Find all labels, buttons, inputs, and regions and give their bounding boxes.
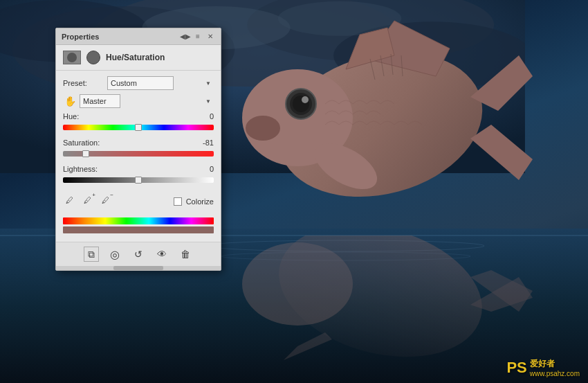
fish-above-water <box>242 14 533 249</box>
panel-title: Properties <box>62 33 99 41</box>
watermark-line1: 爱好者 <box>530 358 580 370</box>
panel-header: Hue/Saturation <box>56 45 221 71</box>
delete-button[interactable]: 🗑 <box>178 247 193 262</box>
scrollbar-thumb <box>113 266 163 270</box>
fish-reflection <box>242 235 533 374</box>
eyedropper-button-2[interactable]: 🖊+ <box>81 194 93 206</box>
hue-value: 0 <box>193 112 214 121</box>
watermark: PS 爱好者 www.psahz.com <box>506 358 580 377</box>
panel-toolbar: ⧉ ◎ ↺ 👁 🗑 <box>56 242 221 266</box>
sat-value: -81 <box>193 139 214 147</box>
preset-select-arrow: ▼ <box>205 80 211 87</box>
layer-thumbnail <box>63 51 81 64</box>
sat-track <box>63 151 214 157</box>
light-thumb <box>135 177 142 184</box>
channel-select[interactable]: Master Reds Yellows Greens Cyans Blues M… <box>80 94 120 108</box>
hue-label: Hue: <box>63 112 79 121</box>
lightness-slider-row: Lightness: 0 <box>63 165 214 186</box>
previous-state-button[interactable]: ◎ <box>107 247 122 262</box>
hue-track <box>63 125 214 130</box>
colorize-row: Colorize <box>174 197 214 206</box>
hand-icon: ✋ <box>63 94 77 108</box>
section-title: Hue/Saturation <box>106 53 165 62</box>
channel-select-wrapper: Master Reds Yellows Greens Cyans Blues M… <box>80 94 214 108</box>
svg-point-29 <box>242 242 353 326</box>
clip-button[interactable]: ⧉ <box>84 247 99 262</box>
svg-marker-32 <box>284 332 332 360</box>
light-label: Lightness: <box>63 165 98 173</box>
panel-content: Preset: Custom Default Strong Saturation… <box>56 71 221 242</box>
close-button[interactable]: ✕ <box>205 32 215 42</box>
reset-button[interactable]: ↺ <box>131 247 146 262</box>
sat-thumb <box>82 150 89 157</box>
svg-point-14 <box>246 116 280 141</box>
watermark-ps: PS <box>506 359 526 377</box>
hue-label-row: Hue: 0 <box>63 112 214 121</box>
visibility-button[interactable]: 👁 <box>154 247 169 262</box>
colorize-label: Colorize <box>186 197 214 206</box>
properties-panel: Properties ◀▶ ≡ ✕ Hue/Saturation Preset:… <box>55 28 221 271</box>
panel-scrollbar[interactable] <box>56 266 221 270</box>
color-bars <box>63 217 214 233</box>
light-track <box>63 177 214 183</box>
svg-marker-22 <box>470 125 533 180</box>
light-label-row: Lightness: 0 <box>63 165 214 173</box>
hue-slider-container[interactable] <box>63 122 214 133</box>
titlebar-right: ◀▶ ≡ ✕ <box>181 32 215 42</box>
adjustment-icon <box>86 51 100 64</box>
titlebar-left: Properties <box>62 33 99 41</box>
preset-select[interactable]: Custom Default Strong Saturation Sepia C… <box>107 76 174 90</box>
layer-thumb-inner <box>67 53 77 62</box>
panel-menu-button[interactable]: ≡ <box>193 32 203 42</box>
watermark-site: 爱好者 www.psahz.com <box>530 358 580 377</box>
light-value: 0 <box>193 165 214 173</box>
sat-label-row: Saturation: -81 <box>63 139 214 147</box>
hue-thumb <box>135 124 142 131</box>
watermark-line2: www.psahz.com <box>530 370 580 377</box>
light-slider-container[interactable] <box>63 175 214 186</box>
preset-select-wrapper: Custom Default Strong Saturation Sepia C… <box>107 76 214 90</box>
saturation-slider-row: Saturation: -81 <box>63 139 214 159</box>
hue-slider-row: Hue: 0 <box>63 112 214 133</box>
color-bar-top <box>63 217 214 224</box>
preset-label: Preset: <box>63 79 104 87</box>
eyedropper-row: 🖊 🖊+ 🖊− <box>63 194 111 206</box>
color-bar-bottom <box>63 226 214 233</box>
eyedropper-button-1[interactable]: 🖊 <box>63 194 75 206</box>
eyedropper-button-3[interactable]: 🖊− <box>99 194 111 206</box>
collapse-button[interactable]: ◀▶ <box>181 32 190 42</box>
channel-select-arrow: ▼ <box>205 98 211 105</box>
channel-row: ✋ Master Reds Yellows Greens Cyans Blues… <box>63 94 214 108</box>
sat-label: Saturation: <box>63 139 100 147</box>
panel-titlebar: Properties ◀▶ ≡ ✕ <box>56 28 221 45</box>
preset-row: Preset: Custom Default Strong Saturation… <box>63 76 214 90</box>
sat-slider-container[interactable] <box>63 148 214 159</box>
colorize-checkbox[interactable] <box>174 197 182 206</box>
svg-point-18 <box>302 96 309 103</box>
